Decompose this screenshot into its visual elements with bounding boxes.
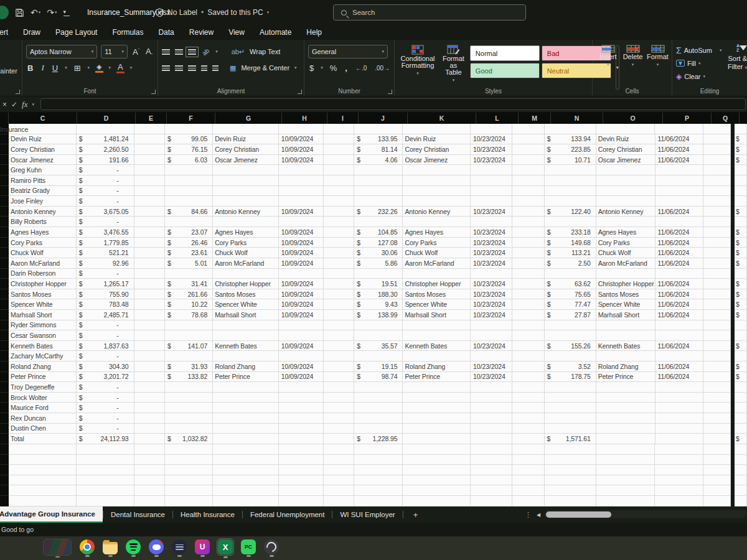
- cell-N[interactable]: [545, 403, 596, 413]
- cell-N[interactable]: $75.65: [545, 289, 596, 300]
- cell-D[interactable]: $-: [77, 330, 134, 341]
- sheet-tab-health-insurance[interactable]: Health Insurance: [173, 506, 242, 523]
- cell-O[interactable]: [596, 196, 655, 207]
- cell-Q[interactable]: [703, 362, 731, 372]
- fill-color-button[interactable]: ◈: [95, 63, 103, 73]
- cell-J[interactable]: [354, 413, 403, 424]
- cell-J[interactable]: $4.06: [354, 155, 403, 166]
- accessibility-status[interactable]: Accessibility: Good to go: [0, 526, 34, 533]
- cell-F[interactable]: [165, 444, 213, 455]
- row-header[interactable]: [0, 455, 9, 465]
- cell-M[interactable]: [512, 362, 544, 372]
- cell-D[interactable]: $755.90: [77, 289, 134, 300]
- cell-E[interactable]: [134, 496, 165, 506]
- cell-L[interactable]: 10/23/2024: [471, 362, 512, 372]
- row-header[interactable]: [0, 310, 9, 320]
- cell-H[interactable]: [279, 330, 324, 341]
- cell-L[interactable]: [471, 465, 512, 475]
- sheet-tab-wi-sui-employer[interactable]: WI SUI Employer: [332, 506, 402, 523]
- cell-H[interactable]: 10/09/2024: [279, 299, 324, 310]
- cell-P[interactable]: 11/06/2024: [655, 144, 703, 155]
- cell-O[interactable]: Santos Moses: [596, 289, 655, 300]
- column-header-E[interactable]: E: [136, 113, 167, 124]
- cell-L[interactable]: [471, 351, 512, 362]
- cell-J[interactable]: $188.30: [354, 289, 403, 300]
- cell-P[interactable]: [655, 196, 703, 207]
- cell-C[interactable]: Zachary McCarthy: [9, 351, 77, 362]
- cell-N[interactable]: [545, 485, 596, 496]
- row-header[interactable]: [0, 175, 9, 186]
- cell-K[interactable]: [403, 444, 471, 455]
- cell-P[interactable]: [655, 465, 703, 475]
- cell-I[interactable]: [324, 165, 354, 175]
- cell-O[interactable]: Peter Prince: [596, 372, 655, 383]
- cell-O[interactable]: [596, 186, 655, 197]
- cell-I[interactable]: [324, 393, 354, 403]
- cell-E[interactable]: [134, 186, 165, 197]
- row-header[interactable]: [0, 362, 9, 372]
- cell-Q[interactable]: [703, 279, 731, 289]
- cell-N[interactable]: [545, 444, 596, 455]
- cell-D[interactable]: $-: [77, 393, 134, 403]
- column-header-G[interactable]: G: [215, 113, 282, 124]
- cell-G[interactable]: [213, 413, 279, 424]
- cell-E[interactable]: [134, 485, 165, 496]
- cell-C[interactable]: Marhsall Short: [9, 310, 77, 320]
- cell-L[interactable]: 10/23/2024: [471, 227, 512, 238]
- cell-L[interactable]: 10/23/2024: [471, 207, 512, 217]
- search-input[interactable]: Search: [333, 4, 526, 21]
- sort-filter-button[interactable]: AZ Sort & Filter ▾: [717, 44, 747, 72]
- cell-C[interactable]: [9, 496, 77, 506]
- cell-G[interactable]: Christopher Hopper: [213, 279, 279, 289]
- cell-O[interactable]: Kenneth Bates: [596, 341, 655, 352]
- cell-O[interactable]: Antonio Kenney: [596, 207, 655, 217]
- cell-E[interactable]: [134, 217, 165, 227]
- cell-G[interactable]: [213, 403, 279, 413]
- cell-J[interactable]: [354, 124, 403, 134]
- cell-C[interactable]: Oscar Jimenez: [9, 155, 77, 166]
- cell-L[interactable]: [471, 444, 512, 455]
- underline-options-chevron-icon[interactable]: ▾: [65, 65, 67, 70]
- orientation-button[interactable]: ab: [200, 46, 212, 57]
- cell-E[interactable]: [134, 330, 165, 341]
- cell-H[interactable]: 10/09/2024: [279, 341, 324, 352]
- clear-button[interactable]: ◈Clear▾: [676, 70, 743, 83]
- cell-H[interactable]: [279, 424, 324, 434]
- cell-H[interactable]: [279, 351, 324, 362]
- cell-D[interactable]: $-: [77, 320, 134, 331]
- sheet-tab-dental-insurance[interactable]: Dental Insurance: [103, 506, 172, 523]
- cell-L[interactable]: [471, 434, 512, 444]
- cell-Q[interactable]: [703, 238, 731, 248]
- cell-C[interactable]: Rex Duncan: [9, 413, 77, 424]
- cell-E[interactable]: [134, 372, 165, 383]
- cell-K[interactable]: [403, 351, 471, 362]
- cell-P[interactable]: 11/06/2024: [655, 238, 703, 248]
- cell-Q[interactable]: [703, 289, 731, 300]
- cell-F[interactable]: [165, 465, 213, 475]
- cell-C[interactable]: Devin Ruiz: [9, 134, 77, 145]
- cell-H[interactable]: 10/09/2024: [279, 248, 324, 258]
- cell-G[interactable]: Aaron McFarland: [213, 258, 279, 269]
- cell-H[interactable]: 10/09/2024: [279, 289, 324, 300]
- cell-C[interactable]: [9, 444, 77, 455]
- row-header[interactable]: [0, 217, 9, 227]
- cell-J[interactable]: [354, 444, 403, 455]
- taskbar-item-discord[interactable]: [148, 539, 164, 557]
- cell-I[interactable]: [324, 186, 354, 197]
- taskbar-item-file-explorer[interactable]: [102, 539, 118, 557]
- accounting-format-button[interactable]: $: [308, 63, 315, 73]
- cell-N[interactable]: $63.62: [545, 279, 596, 289]
- cell-H[interactable]: [279, 186, 324, 197]
- cell-J[interactable]: $19.15: [354, 362, 403, 372]
- cell-M[interactable]: [512, 258, 544, 269]
- cell-J[interactable]: $1,228.95: [354, 434, 403, 444]
- insert-function-button[interactable]: fx: [22, 100, 27, 110]
- cell-J[interactable]: [354, 475, 403, 486]
- cell-M[interactable]: [512, 341, 544, 352]
- ribbon-tab-data[interactable]: Data: [151, 28, 181, 37]
- cell-N[interactable]: [545, 413, 596, 424]
- row-header[interactable]: [0, 351, 9, 362]
- increase-font-size-button[interactable]: Aˆ: [131, 47, 141, 57]
- row-header[interactable]: [0, 372, 9, 383]
- cell-D[interactable]: $-: [77, 269, 134, 279]
